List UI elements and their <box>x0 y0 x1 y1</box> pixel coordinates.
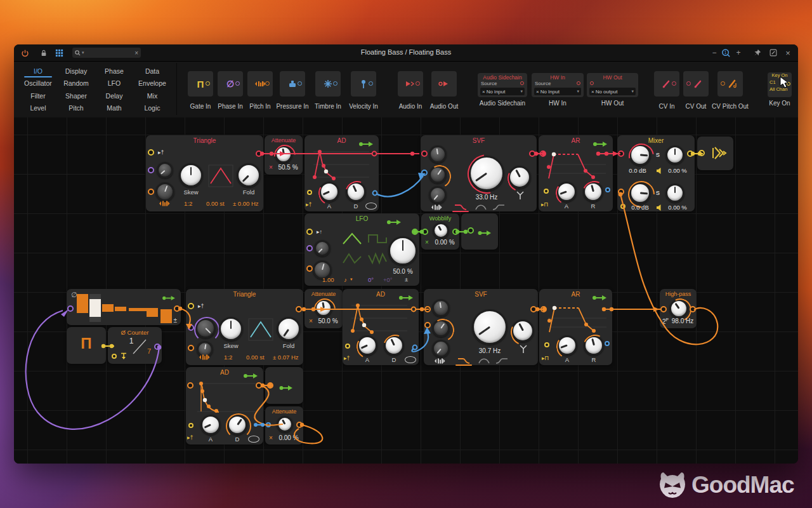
module-attenuate-2[interactable]: Attenuate × 50.0 % <box>304 289 343 328</box>
reset-in-port[interactable] <box>112 354 117 359</box>
close-button[interactable]: × <box>782 47 794 58</box>
ratio-value[interactable]: 1:2 <box>224 354 232 361</box>
bipolar-icon[interactable]: ± <box>174 317 178 324</box>
category-data[interactable]: Data <box>133 65 171 77</box>
module-svf-2[interactable]: SVF 30.7 Hz <box>424 289 538 365</box>
wave-random-icon[interactable] <box>367 250 388 265</box>
detune-value[interactable]: ± 0.00 Hz <box>233 200 259 207</box>
rate-mod-port[interactable] <box>306 265 313 272</box>
module-mini-1[interactable] <box>461 213 498 250</box>
gain-knob[interactable] <box>315 299 332 317</box>
cutoff-mod-port[interactable] <box>421 170 428 176</box>
bipolar-icon[interactable]: ± <box>405 276 408 283</box>
out-port[interactable] <box>256 150 262 157</box>
module-ar-2[interactable]: AR ▸Π A R <box>539 289 612 365</box>
attack-knob[interactable] <box>556 182 577 202</box>
out-port[interactable] <box>256 382 262 389</box>
zoom-level-indicator[interactable]: 1 <box>720 47 731 58</box>
cutoff-knob[interactable] <box>669 299 688 318</box>
counter-length[interactable]: 7 <box>145 347 154 355</box>
sync-in-port[interactable] <box>188 303 194 309</box>
category-mix[interactable]: Mix <box>133 90 171 102</box>
module-lfo[interactable]: LFO ▸↑ 50.0 % 1.00 ♪ ▾ 0° +0° ± <box>304 213 419 286</box>
resonance-knob[interactable] <box>511 319 534 342</box>
module-counter[interactable]: Ø Counter 1 7 <box>108 327 162 364</box>
palette-hw-out[interactable]: HW Out ×No output▾ <box>587 73 638 97</box>
filter-mode-highpass-icon[interactable] <box>492 203 506 211</box>
loop-toggle[interactable] <box>365 203 377 210</box>
gate-in-port[interactable] <box>345 344 350 349</box>
module-ad-1[interactable]: AD ▸† A D <box>304 135 379 211</box>
fold-knob[interactable] <box>237 163 261 187</box>
loop-toggle[interactable] <box>405 356 416 363</box>
module-mixer[interactable]: Mixer S 0.0 dB 0.00 % S 0.0 dB 0.00 % <box>617 135 695 211</box>
module-svf-1[interactable]: SVF 33.0 Hz <box>421 135 537 211</box>
pitch-in-port[interactable] <box>188 324 194 331</box>
in-port[interactable] <box>267 382 273 389</box>
detune-value[interactable]: ± 0.07 Hz <box>273 354 299 361</box>
ch1-gain-value[interactable]: 0.0 dB <box>621 167 654 174</box>
cutoff-mod-knob[interactable] <box>432 319 450 337</box>
category-delay[interactable]: Delay <box>95 90 133 102</box>
retrigger-port[interactable] <box>306 229 313 235</box>
audio-in-port[interactable] <box>424 306 431 312</box>
module-attenuate-1[interactable]: Attenuate × 50.5 % <box>265 135 303 175</box>
cutoff-value[interactable]: 30.7 Hz <box>471 347 509 354</box>
fold-knob[interactable] <box>277 317 301 341</box>
ch2-gain-value[interactable]: 0.0 dB <box>625 204 655 211</box>
clear-icon[interactable]: × <box>536 89 539 95</box>
phase-port[interactable] <box>306 245 313 251</box>
out-port[interactable] <box>412 229 418 235</box>
ch2-pan-knob[interactable] <box>665 184 684 203</box>
category-io[interactable]: I/O <box>19 65 57 77</box>
module-attenuate-3[interactable]: Attenuate × 0.00 % <box>265 406 303 444</box>
palette-audio-sidechain[interactable]: Audio Sidechain Source ×No input▾ <box>478 73 527 97</box>
clear-icon[interactable]: × <box>591 89 594 95</box>
module-steps[interactable]: ∅ ± <box>67 289 181 325</box>
out-port[interactable] <box>530 306 537 312</box>
ch1-gain-knob[interactable] <box>629 144 651 166</box>
res-mod-knob[interactable] <box>429 186 447 204</box>
zoom-in-button[interactable]: + <box>733 47 744 58</box>
category-display[interactable]: Display <box>57 65 95 77</box>
pitch-knob[interactable] <box>157 162 173 178</box>
out-port[interactable] <box>529 150 535 157</box>
note-icon[interactable]: ♪ <box>344 276 347 283</box>
module-mini-2[interactable] <box>265 367 303 404</box>
skew-knob[interactable] <box>179 163 203 187</box>
out-port[interactable] <box>174 305 180 312</box>
module-high-pass[interactable]: High-pass 2P 98.0 Hz <box>660 289 697 328</box>
out-port[interactable] <box>296 306 302 312</box>
module-ar-1[interactable]: AR ▸Π A R <box>539 135 613 211</box>
mod-out-port[interactable] <box>605 341 610 346</box>
shape-knob[interactable] <box>155 182 174 201</box>
in-port[interactable] <box>187 382 193 389</box>
out-port[interactable] <box>687 150 693 157</box>
phase-in-port[interactable] <box>67 305 74 312</box>
hw-out-dropdown[interactable]: ×No output▾ <box>589 88 636 95</box>
cutoff-mod-knob[interactable] <box>429 166 447 184</box>
ch2-solo-button[interactable]: S <box>654 189 662 196</box>
ch1-solo-button[interactable]: S <box>654 151 662 158</box>
loop-toggle[interactable] <box>248 436 259 443</box>
in-port[interactable] <box>468 227 474 234</box>
attenuate-value[interactable]: 0.00 % <box>275 434 302 441</box>
palette-hw-in[interactable]: HW In Source ×No Input▾ <box>532 73 584 97</box>
semitone-value[interactable]: 0.00 st <box>246 354 265 361</box>
module-wobblify[interactable]: Wobblify × 0.00 % <box>421 213 459 250</box>
category-pitch[interactable]: Pitch <box>57 102 95 115</box>
filter-mode-bandpass-icon[interactable] <box>477 356 491 365</box>
cutoff-knob[interactable] <box>469 156 504 191</box>
wobble-value[interactable]: 0.00 % <box>431 239 458 246</box>
cutoff-knob[interactable] <box>472 309 508 345</box>
skew-knob[interactable] <box>219 317 243 341</box>
clear-icon[interactable]: × <box>482 89 485 95</box>
ratio-value[interactable]: 1:2 <box>184 200 192 207</box>
filter-mode-lowpass-icon[interactable] <box>457 356 471 365</box>
attack-knob[interactable] <box>319 182 339 202</box>
filter-mode-highpass-icon[interactable] <box>495 356 509 365</box>
phase-knob[interactable] <box>314 240 331 257</box>
pitch-in-port[interactable] <box>148 167 154 173</box>
category-phase[interactable]: Phase <box>95 65 133 77</box>
ch1-pan-knob[interactable] <box>665 145 684 164</box>
